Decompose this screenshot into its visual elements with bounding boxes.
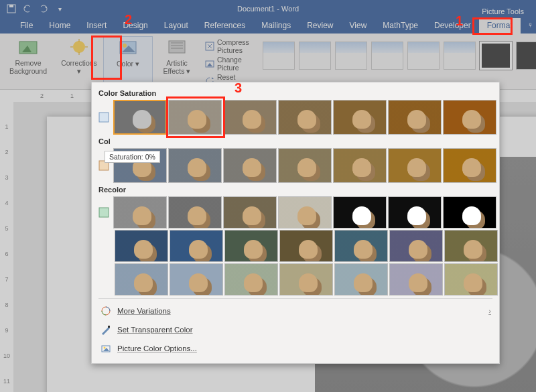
compress-icon <box>205 41 214 52</box>
ruler-tick: 2 <box>40 92 44 99</box>
compress-pictures-button[interactable]: Compress Pictures <box>205 38 251 55</box>
tab-references[interactable]: References <box>196 18 253 34</box>
artistic-icon <box>167 38 187 58</box>
corrections-button[interactable]: Corrections ▾ <box>59 38 99 75</box>
color-thumbnail[interactable] <box>223 148 277 183</box>
svg-point-10 <box>123 44 127 48</box>
color-thumbnail[interactable] <box>333 148 387 183</box>
tab-home[interactable]: Home <box>41 18 78 34</box>
change-picture-button[interactable]: Change Picture <box>205 55 251 72</box>
remove-bg-icon <box>18 38 38 58</box>
window-title: Document1 - Word <box>0 5 536 13</box>
picture-style-3[interactable] <box>335 42 367 70</box>
qat-customize-icon[interactable]: ▾ <box>55 4 64 13</box>
ruler-tick: 9 <box>5 327 8 334</box>
tab-review[interactable]: Review <box>299 18 341 34</box>
color-thumbnail[interactable] <box>334 263 388 296</box>
picture-color-options-icon <box>100 342 112 354</box>
set-transparent-color-item[interactable]: Set Transparent Color <box>98 320 492 339</box>
color-thumbnail[interactable] <box>443 100 496 135</box>
color-thumbnail[interactable] <box>444 263 498 296</box>
picture-style-2[interactable] <box>299 42 331 70</box>
color-thumbnail[interactable] <box>333 196 387 228</box>
color-thumbnail[interactable] <box>170 230 223 262</box>
picture-color-options-item[interactable]: Picture Color Options... <box>98 339 492 358</box>
color-thumbnail[interactable] <box>278 100 332 135</box>
svg-rect-22 <box>99 208 109 217</box>
more-variations-item[interactable]: More Variations › <box>98 302 492 320</box>
tab-mathtype[interactable]: MathType <box>375 18 426 34</box>
picture-style-4[interactable] <box>371 42 403 70</box>
color-thumbnail[interactable] <box>389 263 443 296</box>
compress-label: Compress Pictures <box>217 38 251 54</box>
color-thumbnail[interactable] <box>388 100 442 135</box>
picture-styles-gallery[interactable] <box>257 36 536 70</box>
tab-format[interactable]: Format <box>479 18 521 34</box>
color-thumbnail[interactable] <box>333 100 387 135</box>
color-thumbnail[interactable] <box>279 230 333 262</box>
color-thumbnail[interactable] <box>113 196 167 228</box>
undo-icon[interactable] <box>23 4 32 13</box>
color-button[interactable]: Color ▾ <box>108 38 148 68</box>
tab-design[interactable]: Design <box>115 18 155 34</box>
picture-style-7[interactable] <box>480 42 512 70</box>
color-thumbnail[interactable] <box>224 230 278 262</box>
picture-style-8[interactable] <box>516 42 536 70</box>
color-thumbnail[interactable] <box>388 196 442 228</box>
tell-me-icon[interactable]: ♀ <box>527 20 533 29</box>
artistic-effects-button[interactable]: Artistic Effects ▾ <box>157 38 197 75</box>
color-thumbnail[interactable] <box>278 196 332 228</box>
ruler-tick: 5 <box>5 225 8 232</box>
picture-style-1[interactable] <box>263 42 295 70</box>
color-thumbnail[interactable] <box>224 263 278 296</box>
tab-insert[interactable]: Insert <box>78 18 115 34</box>
color-thumbnail[interactable] <box>115 230 168 262</box>
color-thumbnail[interactable] <box>444 230 498 262</box>
color-icon <box>118 38 138 58</box>
recolor-row-1 <box>113 196 496 228</box>
color-thumbnail[interactable] <box>443 196 496 228</box>
redo-icon[interactable] <box>39 4 48 13</box>
recolor-row-3 <box>115 263 498 296</box>
tab-developer[interactable]: Developer <box>426 18 479 34</box>
saturation-thumbnails <box>113 100 496 135</box>
tab-mailings[interactable]: Mailings <box>253 18 299 34</box>
annotation-label-2: 2 <box>125 12 132 27</box>
corrections-icon <box>69 38 89 58</box>
tab-view[interactable]: View <box>342 18 375 34</box>
change-picture-icon <box>205 58 214 69</box>
save-icon[interactable] <box>7 4 16 13</box>
color-thumbnail[interactable] <box>443 148 496 183</box>
recolor-heading: Recolor <box>98 186 492 194</box>
tab-layout[interactable]: Layout <box>156 18 196 34</box>
more-variations-label: More Variations <box>117 307 171 315</box>
tab-file[interactable]: File <box>12 18 41 34</box>
ruler-tick: 11 <box>3 378 10 385</box>
svg-marker-19 <box>212 77 214 79</box>
svg-point-4 <box>73 41 85 53</box>
color-thumbnail[interactable] <box>279 263 333 296</box>
color-thumbnail[interactable] <box>223 196 277 228</box>
picture-style-5[interactable] <box>407 42 440 70</box>
color-thumbnail[interactable] <box>223 100 277 135</box>
color-thumbnail[interactable] <box>113 100 167 135</box>
color-thumbnail[interactable] <box>278 148 332 183</box>
ruler-tick: 7 <box>5 276 8 283</box>
picture-style-6[interactable] <box>444 42 476 70</box>
color-thumbnail[interactable] <box>168 196 222 228</box>
svg-rect-1 <box>9 5 13 7</box>
color-thumbnail[interactable] <box>115 263 168 296</box>
color-thumbnail[interactable] <box>168 100 222 135</box>
ruler-tick: 1 <box>70 92 74 99</box>
transparent-color-icon <box>100 324 112 336</box>
color-thumbnail[interactable] <box>170 263 223 296</box>
color-thumbnail[interactable] <box>168 148 222 183</box>
ruler-tick: 8 <box>5 302 8 308</box>
color-thumbnail[interactable] <box>388 148 442 183</box>
color-thumbnail[interactable] <box>389 230 443 262</box>
color-thumbnail[interactable] <box>334 230 388 262</box>
corrections-label: Corrections ▾ <box>59 59 99 75</box>
remove-background-button[interactable]: Remove Background <box>8 38 48 75</box>
picture-color-options-label: Picture Color Options... <box>117 344 197 352</box>
more-variations-icon <box>100 305 112 317</box>
